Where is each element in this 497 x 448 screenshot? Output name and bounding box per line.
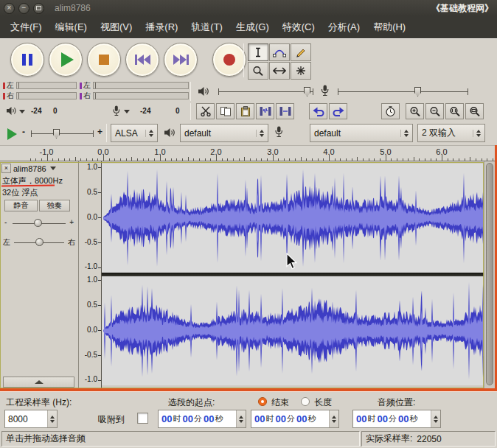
- statusbar: 单击并拖动选择音频 实际采样率: 22050: [0, 430, 497, 448]
- scrollbar-thumb[interactable]: [486, 163, 493, 385]
- menu-edit[interactable]: 编辑(E): [49, 21, 94, 34]
- silence-audio-button[interactable]: [276, 103, 294, 119]
- window-close-button[interactable]: ×: [4, 3, 15, 14]
- project-rate-label: 工程采样率 (Hz):: [6, 396, 72, 409]
- menu-help[interactable]: 帮助(H): [366, 21, 412, 34]
- dropdown-arrow-icon[interactable]: [19, 110, 25, 113]
- undo-button[interactable]: [309, 103, 327, 119]
- play-at-speed-button[interactable]: [7, 128, 17, 140]
- selection-end-time-field[interactable]: 00时 00分 00秒: [251, 410, 339, 428]
- window-minimize-button[interactable]: −: [18, 3, 29, 14]
- zoom-in-button[interactable]: [406, 103, 424, 119]
- recording-meter[interactable]: 左 右: [3, 81, 77, 100]
- meter-bar[interactable]: [16, 92, 77, 99]
- dropdown-arrow-icon[interactable]: [124, 110, 130, 113]
- menu-file[interactable]: 文件(F): [4, 21, 49, 34]
- menu-view[interactable]: 视图(V): [94, 21, 139, 34]
- skip-to-start-button[interactable]: [125, 43, 159, 77]
- meter-bar[interactable]: [93, 82, 189, 89]
- playback-speed-slider[interactable]: [53, 129, 60, 139]
- project-rate-select[interactable]: 8000: [4, 410, 58, 428]
- meter-bar[interactable]: [93, 92, 189, 99]
- zoom-tool-button[interactable]: [248, 62, 268, 80]
- time-digits: 00: [398, 413, 409, 424]
- meter-left-label: 左: [7, 80, 15, 91]
- snap-to-checkbox[interactable]: [137, 413, 148, 424]
- input-volume-slider[interactable]: [414, 87, 421, 97]
- zoom-out-button[interactable]: [425, 103, 444, 119]
- track-collapse-button[interactable]: [3, 377, 74, 388]
- zoom-selection-button[interactable]: [445, 103, 464, 119]
- pan-slider[interactable]: 左 右: [3, 237, 75, 248]
- vertical-scrollbar[interactable]: [484, 161, 495, 391]
- meter-right-label: 右: [83, 91, 91, 101]
- select-arrows-icon: [329, 410, 338, 427]
- input-device-select[interactable]: default: [310, 124, 413, 142]
- play-button[interactable]: [49, 43, 83, 77]
- timeline-ruler[interactable]: -1.0 0.0 1.0 2.0 3.0 4.0 5.0 6.0: [0, 145, 497, 161]
- time-unit: 时: [367, 413, 375, 424]
- cut-button[interactable]: [196, 103, 215, 119]
- audio-position-time-field[interactable]: 00时 00分 00秒: [352, 410, 441, 428]
- redo-button[interactable]: [329, 103, 347, 119]
- record-button[interactable]: [212, 43, 246, 77]
- zoom-out-icon: [429, 106, 441, 117]
- clip-indicator-icon: [3, 83, 5, 89]
- meter-left-label: 左: [83, 80, 91, 91]
- vertical-ruler[interactable]: 1.0 0.5 0.0 -0.5 -1.0 1.0 0.5 0.0 -0.5 -…: [79, 161, 102, 391]
- clock-icon: [385, 106, 396, 117]
- window-title-suffix: 《基础教程网》: [431, 2, 493, 15]
- stop-button[interactable]: [87, 43, 121, 77]
- menu-effect[interactable]: 特效(C): [276, 21, 322, 34]
- speed-slider-minus[interactable]: -: [22, 127, 25, 137]
- gain-slider-thumb[interactable]: [34, 219, 42, 227]
- output-volume-slider[interactable]: [304, 87, 310, 97]
- window-maximize-button[interactable]: [33, 3, 44, 14]
- track-menu-arrow-icon[interactable]: [50, 167, 56, 170]
- skip-to-end-button[interactable]: [164, 43, 198, 77]
- meter-bar[interactable]: [16, 82, 77, 89]
- magnifier-icon: [252, 66, 264, 77]
- menu-generate[interactable]: 生成(G): [229, 21, 276, 34]
- track-close-button[interactable]: ×: [1, 164, 11, 173]
- trim-audio-button[interactable]: [256, 103, 274, 119]
- copy-button[interactable]: [216, 103, 234, 119]
- select-arrows-icon: [400, 130, 409, 137]
- solo-button[interactable]: 独奏: [39, 200, 70, 211]
- length-radio-label[interactable]: 长度: [314, 396, 332, 409]
- gain-slider[interactable]: - +: [3, 217, 75, 229]
- end-radio-label[interactable]: 结束: [271, 396, 289, 409]
- envelope-tool-button[interactable]: [269, 43, 290, 61]
- selection-toolbar: 工程采样率 (Hz): 选段的起点: 结束 长度 音频位置: 8000 吸附到 …: [0, 391, 497, 430]
- timeshift-tool-button[interactable]: [269, 62, 290, 80]
- audio-host-select[interactable]: ALSA: [111, 124, 158, 142]
- pan-slider-thumb[interactable]: [35, 238, 44, 246]
- waveform-channel-left[interactable]: [102, 164, 484, 273]
- zoom-fit-button[interactable]: [465, 103, 484, 119]
- length-radio[interactable]: [301, 397, 310, 406]
- speaker-icon: [198, 86, 209, 97]
- selection-start-time-field[interactable]: 00时 00分 00秒: [158, 410, 246, 428]
- waveform-channel-right[interactable]: [102, 276, 484, 385]
- input-channels-select[interactable]: 2 双输入: [417, 124, 485, 142]
- menu-analyze[interactable]: 分析(A): [322, 21, 366, 34]
- mute-button[interactable]: 静音: [4, 200, 38, 211]
- end-radio[interactable]: [258, 397, 267, 406]
- pause-button[interactable]: [10, 43, 44, 77]
- time-unit: 秒: [409, 413, 417, 424]
- sync-clock-button[interactable]: [381, 103, 400, 119]
- track-name[interactable]: alim8786: [13, 164, 46, 173]
- time-unit: 秒: [307, 413, 316, 424]
- draw-tool-button[interactable]: [291, 43, 311, 61]
- speed-slider-plus[interactable]: +: [97, 127, 102, 137]
- selection-tool-button[interactable]: [248, 43, 268, 61]
- output-device-select[interactable]: default: [180, 124, 268, 142]
- window-title: alim8786: [55, 3, 91, 13]
- edit-toolbar: [196, 103, 485, 119]
- paste-button[interactable]: [236, 103, 254, 119]
- snap-to-label: 吸附到: [98, 413, 125, 426]
- multi-tool-button[interactable]: [291, 62, 311, 80]
- menu-transport[interactable]: 播录(R): [139, 21, 184, 34]
- playback-meter[interactable]: 左 右: [80, 81, 189, 100]
- menu-tracks[interactable]: 轨道(T): [184, 21, 229, 34]
